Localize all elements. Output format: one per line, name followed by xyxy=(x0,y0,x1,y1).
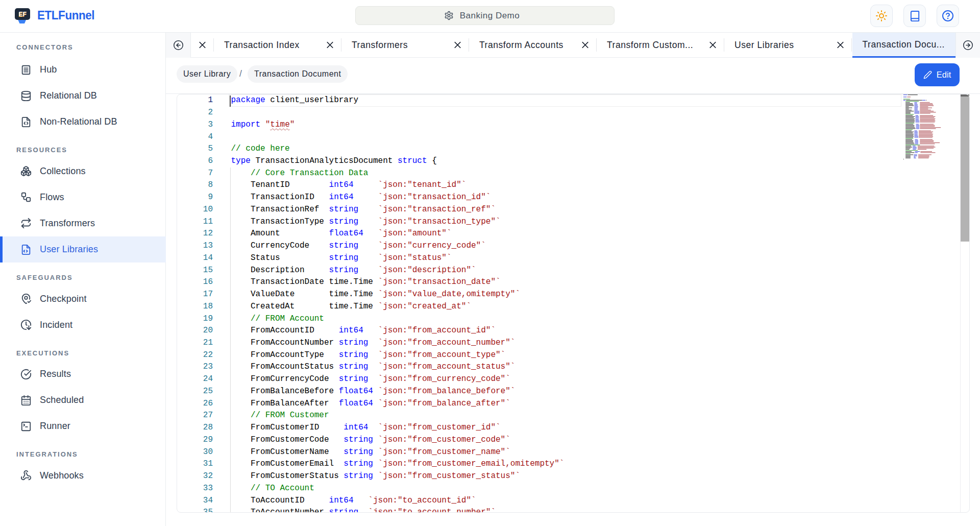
svg-text:EF: EF xyxy=(19,11,27,18)
